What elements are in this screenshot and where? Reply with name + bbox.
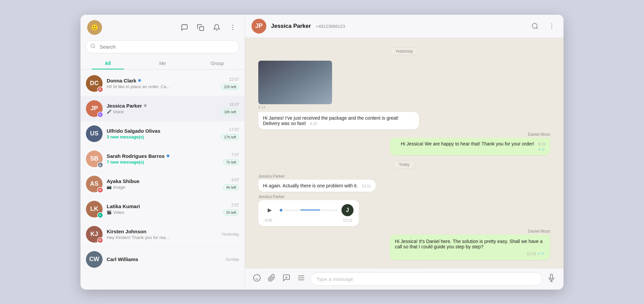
waveform-line xyxy=(283,210,300,210)
copy-icon-btn[interactable] xyxy=(196,22,206,33)
list-item[interactable]: AS R Ayaka Shibue 📷 Image 4:07 4h left xyxy=(80,172,245,197)
list-item[interactable]: CW Carl Williams Sunday xyxy=(80,247,245,272)
chat-icon-btn[interactable] xyxy=(179,22,190,33)
voice-total-time: 12:11 xyxy=(343,218,352,222)
template-btn[interactable] xyxy=(281,272,292,285)
list-item[interactable]: DC R Donna Clark Hi! Id like to place an… xyxy=(80,71,245,96)
svg-point-10 xyxy=(254,275,260,281)
chat-preview: 3 new message(s) xyxy=(107,134,217,139)
waveform-dot xyxy=(280,209,282,211)
voice-times: 0:00 12:11 xyxy=(264,218,354,222)
chat-name: Ayaka Shibue xyxy=(107,178,140,184)
voice-player: ▶ J xyxy=(264,204,354,216)
video-icon: 🎬 xyxy=(107,210,112,215)
msg-incoming: 9:14 xyxy=(258,61,332,109)
msg-sender: Daniel Moss xyxy=(390,229,550,234)
voice-current-time: 0:00 xyxy=(265,218,272,222)
chat-name: Ulfrido Salgado Olivas xyxy=(107,128,160,134)
header-more-btn[interactable] xyxy=(547,21,557,31)
chat-time: Yesterday xyxy=(221,232,239,237)
chat-time: 7:07 xyxy=(231,153,239,157)
msg-outgoing: Daniel Moss Hi Jessica! We are happy to … xyxy=(390,132,550,155)
attach-btn[interactable] xyxy=(266,272,277,285)
search-input[interactable] xyxy=(86,40,239,53)
avatar: AS R xyxy=(86,176,103,192)
svg-point-3 xyxy=(232,29,233,30)
photo-preview xyxy=(258,61,332,104)
chat-time: 2:07 xyxy=(231,203,239,207)
svg-point-5 xyxy=(99,164,100,165)
avatar: SB xyxy=(86,150,103,167)
svg-point-8 xyxy=(551,25,552,26)
mic-btn[interactable] xyxy=(546,272,557,285)
contact-phone: +48123888123 xyxy=(316,24,345,29)
status-indicator xyxy=(138,79,141,82)
msg-bubble: Hi James! I've just received the package… xyxy=(258,112,419,129)
messages-area: Yesterday 9:14 Hi James! I've just recei… xyxy=(245,38,564,268)
msg-time: 12:15 xyxy=(527,252,536,256)
tab-all[interactable]: All xyxy=(80,57,135,69)
waveform-line xyxy=(321,210,337,210)
chat-name: Kirsten Johnson xyxy=(107,229,146,234)
bell-icon-btn[interactable] xyxy=(212,22,222,33)
voice-message-container: ▶ J 0:00 12:11 xyxy=(258,200,359,226)
chat-time: Sunday xyxy=(225,257,239,262)
svg-point-6 xyxy=(532,23,537,28)
voice-avatar: J xyxy=(341,204,354,216)
camera-icon: 📷 xyxy=(107,185,112,189)
list-item[interactable]: KJ R Kirsten Johnson Hey Kirsten! Thank … xyxy=(80,222,245,247)
msg-outgoing: Daniel Moss Hi Jessica! It's Daniel here… xyxy=(390,229,550,260)
msg-incoming: Jessica Parker Hi again. Actually there … xyxy=(258,174,376,192)
chat-info: Ulfrido Salgado Olivas 3 new message(s) xyxy=(107,128,217,139)
chat-preview: 🎤 Voice xyxy=(107,109,217,114)
chat-name: Jessica Parker xyxy=(107,103,142,109)
list-item[interactable]: SB Sarah Rodrigues Barros 7 new message(… xyxy=(80,146,245,172)
msg-bubble: Hi Jessica! We are happy to hear that! T… xyxy=(390,138,550,155)
chat-header-info: Jessica Parker +48123888123 xyxy=(271,23,525,29)
tab-group[interactable]: Group xyxy=(190,57,245,69)
app-container: 🙂 xyxy=(80,15,564,290)
chat-info: Latika Kumari 🎬 Video xyxy=(107,203,219,215)
timer-badge: 18h left xyxy=(221,109,239,115)
photo-image xyxy=(258,61,332,104)
chat-preview: Hi! Id like to place an order. Ca... xyxy=(107,84,217,89)
chat-meta: 22:07 22h left xyxy=(221,77,239,90)
timer-badge: 2h left xyxy=(223,209,239,216)
mic-icon: 🎤 xyxy=(107,109,112,114)
day-badge: Today xyxy=(393,161,415,169)
chat-time: 18:07 xyxy=(229,102,239,107)
play-button[interactable]: ▶ xyxy=(264,204,276,216)
timer-badge: 22h left xyxy=(221,84,239,90)
day-badge: Yesterday xyxy=(390,47,419,55)
svg-point-9 xyxy=(551,28,552,29)
header-search-btn[interactable] xyxy=(530,21,540,31)
chat-info: Carl Williams xyxy=(107,256,221,262)
chat-name: Sarah Rodrigues Barros xyxy=(107,153,165,159)
list-item[interactable]: US Ulfrido Salgado Olivas 3 new message(… xyxy=(80,121,245,146)
more-icon-btn[interactable] xyxy=(228,22,238,33)
svg-point-7 xyxy=(551,23,552,24)
user-avatar[interactable]: 🙂 xyxy=(87,20,102,35)
timer-badge: 4h left xyxy=(223,184,239,190)
message-input[interactable] xyxy=(311,272,542,286)
badge xyxy=(97,162,103,168)
list-item[interactable]: LK C Latika Kumari 🎬 Video 2:07 2h left xyxy=(80,197,245,222)
contact-avatar: JP xyxy=(252,19,266,34)
chat-panel: JP Jessica Parker +48123888123 xyxy=(245,15,564,290)
sidebar: 🙂 xyxy=(80,15,245,290)
emoji-btn[interactable] xyxy=(252,272,262,285)
chat-meta: 4:07 4h left xyxy=(223,178,239,190)
chat-time: 17:07 xyxy=(229,127,239,132)
status-indicator xyxy=(144,104,147,107)
tab-me[interactable]: Me xyxy=(135,57,190,69)
chat-meta: Sunday xyxy=(225,257,239,262)
list-item[interactable]: JP D Jessica Parker 🎤 Voice 18:07 xyxy=(80,96,245,121)
avatar: US xyxy=(86,125,103,142)
chat-meta: Yesterday xyxy=(221,232,239,237)
search-icon xyxy=(90,43,96,50)
svg-point-4 xyxy=(91,44,95,48)
contact-name: Jessica Parker xyxy=(271,23,311,29)
list-btn[interactable] xyxy=(296,272,307,285)
msg-voice: Jessica Parker ▶ J 0:00 xyxy=(258,194,359,226)
badge: R xyxy=(97,237,103,243)
